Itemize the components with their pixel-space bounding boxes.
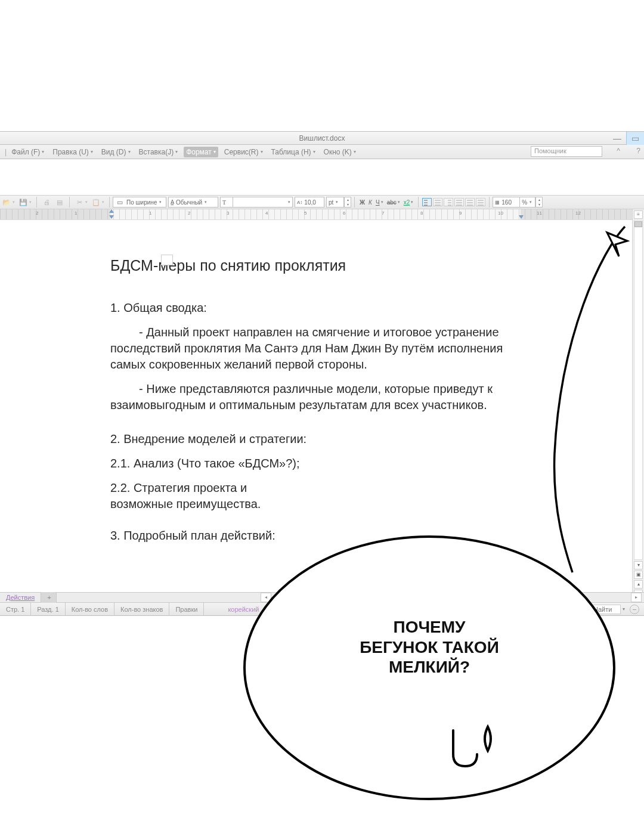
document-area[interactable]: БДСМ-меры по снятию проклятия 1. Общая с… (0, 220, 632, 592)
print-button[interactable]: 🖨 (40, 196, 53, 208)
open-dropdown[interactable]: 📂▾ (0, 196, 17, 208)
style-combo[interactable]: A̲ͅОбычный▾ (168, 197, 218, 207)
paste-button[interactable]: 📋▾ (89, 196, 106, 208)
scroll-up-button[interactable]: ≡ (634, 210, 643, 219)
find-dropdown[interactable]: ▾ (623, 606, 625, 612)
zoom-value-combo[interactable]: ▦160 (493, 197, 520, 207)
align-center-button[interactable] (433, 198, 442, 206)
align-justify-button[interactable] (454, 198, 464, 206)
scroll-thumb[interactable] (634, 221, 642, 227)
title-bar: Вишлист.docx — ▭ (0, 131, 644, 145)
restore-button[interactable]: ▭ (626, 132, 644, 145)
tab-actions[interactable]: Действия (0, 592, 41, 603)
scroll-page-button[interactable]: ▣ (634, 571, 643, 579)
page-width-icon: ▭ (115, 197, 125, 207)
page: БДСМ-меры по снятию проклятия 1. Общая с… (78, 220, 555, 552)
superscript-button[interactable]: x2▾ (402, 196, 416, 208)
helper-input[interactable]: Помощник (531, 146, 602, 157)
section-1-p2: - Ниже представляются различные модели, … (110, 381, 531, 413)
speech-bubble-text: ПОЧЕМУ БЕГУНОК ТАКОЙ МЕЛКИЙ? (340, 617, 519, 677)
align-right-button[interactable] (444, 198, 453, 206)
status-find: ⌕ ▾ – (580, 605, 644, 614)
scroll-next-button[interactable]: ▴ (634, 580, 643, 588)
left-indent[interactable] (109, 215, 114, 219)
folder-icon: 📂 (2, 197, 11, 207)
section-2-head: 2. Внедрение моделей и стратегии: (110, 431, 531, 447)
zoom-spinner[interactable]: ▴▾ (535, 197, 543, 207)
window-controls: — ▭ (608, 132, 644, 145)
first-line-indent[interactable] (109, 209, 114, 213)
zoom-mode-combo[interactable]: ▭По ширине▾ (113, 197, 166, 207)
menu-edit[interactable]: Правка (U)▾ (50, 147, 95, 157)
menu-file[interactable]: Файл (F)▾ (9, 147, 47, 157)
save-dropdown[interactable]: 💾▾ (17, 196, 33, 208)
italic-button[interactable]: К (367, 196, 374, 208)
status-chars[interactable]: Кол-во знаков (114, 603, 169, 616)
formatting-toolbar: 📂▾ 💾▾ 🖨 ▤ ✂▾ 📋▾ ▭По ширине▾ A̲ͅОбычный▾ … (0, 195, 644, 209)
sheet-tabs: Действия + ◂ ▸ (0, 592, 644, 603)
font-unit-combo[interactable]: pt▾ (326, 197, 344, 207)
menu-table[interactable]: Таблица (H)▾ (269, 147, 318, 157)
zoom-pct[interactable]: %▾ (520, 197, 535, 207)
collapse-ribbon-button[interactable]: ^ (617, 147, 620, 155)
tab-add[interactable]: + (41, 592, 57, 603)
cut-button[interactable]: ✂▾ (73, 196, 89, 208)
tab-scroll-right[interactable]: ▸ (631, 593, 642, 602)
section-1-p1: - Данный проект направлен на смягчение и… (110, 324, 531, 373)
font-size-combo[interactable]: A↕10,0 (295, 197, 324, 207)
comic-panel-top (0, 0, 644, 131)
menu-window[interactable]: Окно (K)▾ (321, 147, 358, 157)
search-icon: ⌕ (584, 606, 589, 613)
doc-title: БДСМ-меры по снятию проклятия (110, 256, 531, 276)
status-page[interactable]: Стр. 1 (0, 603, 31, 616)
minimize-button[interactable]: — (608, 132, 626, 145)
find-input[interactable] (591, 605, 621, 614)
help-button[interactable]: ? (636, 147, 640, 155)
underline-button[interactable]: Ч▾ (374, 196, 385, 208)
bold-button[interactable]: Ж (358, 196, 367, 208)
menu-insert[interactable]: Вставка(J)▾ (137, 147, 181, 157)
font-name-combo[interactable]: T (220, 197, 233, 207)
font-name-field[interactable]: ▾ (233, 197, 293, 207)
scroll-track[interactable] (634, 220, 643, 560)
horizontal-ruler[interactable]: 2 1 1 2 3 4 5 6 7 8 9 10 11 12 (0, 209, 632, 220)
section-2-1: 2.1. Анализ (Что такое «БДСМ»?); (110, 456, 531, 472)
preview-icon: ▤ (55, 197, 64, 207)
strike-button[interactable]: abc▾ (385, 196, 402, 208)
right-indent[interactable] (519, 215, 524, 219)
section-2-2: 2.2. Стратегия проекта и возможные преим… (110, 480, 289, 512)
section-3-head: 3. Подробный план действий: (110, 528, 531, 544)
section-1-head: 1. Общая сводка: (110, 300, 531, 316)
document-body[interactable]: БДСМ-меры по снятию проклятия 1. Общая с… (78, 220, 555, 544)
toolbar-gap (0, 159, 644, 195)
tab-scroll-left[interactable]: ◂ (261, 593, 271, 602)
menu-view[interactable]: Вид (D)▾ (99, 147, 133, 157)
zoom-out-button[interactable]: – (630, 605, 639, 614)
status-section[interactable]: Разд. 1 (31, 603, 65, 616)
save-icon: 💾 (18, 197, 28, 207)
status-words[interactable]: Кол-во слов (66, 603, 114, 616)
menu-format[interactable]: Формат▾ (184, 147, 218, 157)
align-left-button[interactable] (422, 198, 432, 206)
status-bar: Стр. 1 Разд. 1 Кол-во слов Кол-во знаков… (0, 603, 644, 616)
window-title: Вишлист.docx (299, 134, 345, 143)
printer-icon: 🖨 (42, 197, 51, 207)
menu-bar: | Файл (F)▾ Правка (U)▾ Вид (D)▾ Вставка… (0, 145, 644, 159)
tab-scroller: ◂ (259, 593, 271, 602)
font-icon: T (222, 199, 226, 206)
scissors-icon: ✂ (75, 197, 84, 207)
preview-button[interactable]: ▤ (53, 196, 66, 208)
status-language[interactable]: корейский (222, 603, 265, 616)
vertical-scrollbar[interactable]: ≡ ▾ ▣ ▴ ▾ (632, 209, 644, 592)
scroll-down-button[interactable]: ▾ (634, 561, 643, 569)
clipboard-icon: 📋 (91, 197, 101, 207)
menu-service[interactable]: Сервис(R)▾ (222, 147, 265, 157)
align-dist-button[interactable] (465, 198, 475, 206)
font-size-spinner[interactable]: ▴▾ (344, 197, 351, 207)
status-edits[interactable]: Правки (169, 603, 204, 616)
align-other-button[interactable] (476, 198, 485, 206)
caret-marker (161, 255, 173, 265)
